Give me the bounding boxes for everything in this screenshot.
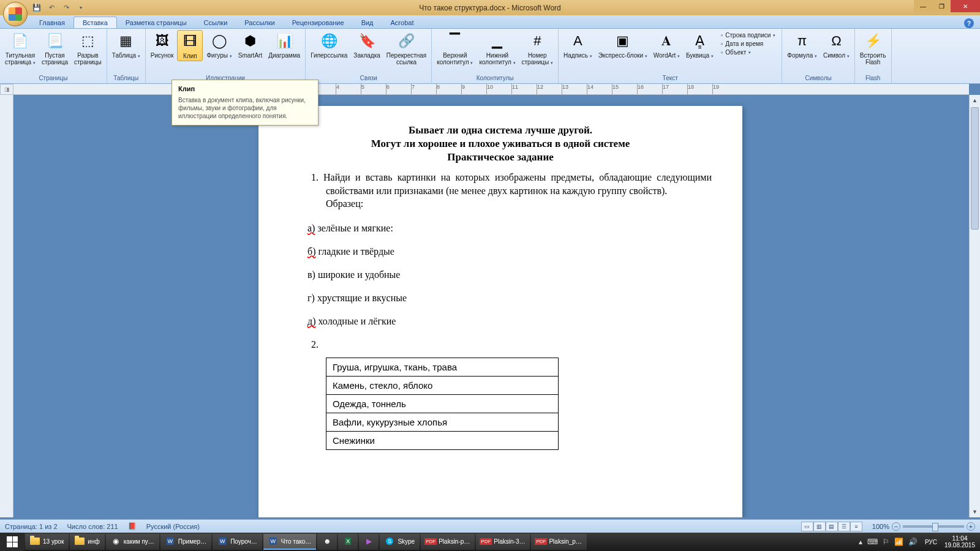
maximize-button[interactable]: ❐: [932, 0, 951, 12]
ribbon-icon: ◯: [209, 31, 229, 51]
ribbon-пустая-страница[interactable]: 📃Пустая страница: [39, 30, 70, 67]
tab-page-layout[interactable]: Разметка страницы: [117, 17, 195, 28]
ribbon-icon: 📃: [45, 31, 64, 51]
ribbon-экспресс-блоки[interactable]: ▣Экспресс-блоки ▾: [596, 30, 650, 60]
tray-network-icon[interactable]: 📶: [894, 538, 903, 546]
proofing-icon[interactable]: 📕: [128, 522, 137, 530]
taskbar-item[interactable]: WЧто тако…: [263, 534, 317, 550]
view-outline[interactable]: ☰: [838, 522, 850, 531]
ribbon-встроить-flash[interactable]: ⚡Встроить Flash: [858, 30, 889, 67]
ribbon-нижний-колонтитул[interactable]: ▁Нижний колонтитул ▾: [477, 30, 518, 67]
document-page[interactable]: Бывает ли одна система лучше другой. Мог…: [258, 106, 742, 517]
ribbon-закладка[interactable]: 🔖Закладка: [351, 30, 382, 60]
taskbar-item[interactable]: ☻: [317, 534, 337, 550]
zoom-out-button[interactable]: −: [892, 522, 900, 531]
ribbon-фигуры[interactable]: ◯Фигуры ▾: [204, 30, 234, 60]
app-icon: ☻: [322, 536, 332, 546]
ribbon-дата-и-время[interactable]: ▫Дата и время: [718, 40, 778, 48]
taskbar-item[interactable]: SSkype: [380, 534, 420, 550]
chevron-down-icon: ▾: [645, 54, 647, 58]
view-print-layout[interactable]: ▭: [801, 522, 813, 531]
taskbar-item[interactable]: инф: [70, 534, 104, 550]
vertical-scrollbar[interactable]: ▲ ▼: [969, 95, 980, 517]
status-page[interactable]: Страница: 1 из 2: [5, 523, 58, 530]
tab-mailings[interactable]: Рассылки: [236, 17, 283, 28]
view-draft[interactable]: ≡: [850, 522, 862, 531]
ribbon-диаграмма[interactable]: 📊Диаграмма: [266, 30, 303, 60]
ribbon-гиперссылка[interactable]: 🌐Гиперссылка: [308, 30, 350, 60]
view-web[interactable]: ▤: [826, 522, 838, 531]
ruler-toggle[interactable]: ◨: [0, 84, 13, 95]
scroll-down-icon[interactable]: ▼: [970, 506, 980, 517]
qat-dropdown-icon[interactable]: ▾: [75, 2, 87, 13]
view-full-screen[interactable]: ▥: [813, 522, 826, 531]
ribbon-объект[interactable]: ▫Объект▾: [718, 48, 778, 56]
tray-keyboard-icon[interactable]: ⌨: [867, 538, 878, 546]
help-icon[interactable]: ?: [964, 18, 974, 28]
horizontal-ruler[interactable]: 2112345678910111213141516171819: [13, 84, 969, 95]
ribbon-титульная-страница[interactable]: 📄Титульная страница ▾: [2, 30, 38, 67]
tray-volume-icon[interactable]: 🔊: [908, 538, 918, 546]
taskbar-item[interactable]: PDFPlaksin_p…: [531, 534, 586, 550]
ribbon-таблица[interactable]: ▦Таблица ▾: [110, 30, 143, 60]
quick-access-toolbar: 💾 ↶ ↷ ▾: [31, 2, 87, 13]
taskbar-item[interactable]: 13 урок: [25, 534, 69, 550]
ribbon-разрыв-страницы[interactable]: ⬚Разрыв страницы: [72, 30, 104, 67]
status-word-count[interactable]: Число слов: 211: [67, 523, 118, 530]
taskbar: 13 урокинф◉каким пу…WПример…WПоуроч…WЧто…: [0, 533, 980, 551]
tab-review[interactable]: Рецензирование: [284, 17, 353, 28]
minimize-button[interactable]: —: [914, 0, 932, 12]
office-button[interactable]: [3, 2, 28, 26]
word-icon: W: [165, 536, 175, 546]
status-language[interactable]: Русский (Россия): [146, 523, 200, 530]
tab-acrobat[interactable]: Acrobat: [382, 17, 423, 28]
tab-insert[interactable]: Вставка: [74, 17, 117, 28]
redo-icon[interactable]: ↷: [60, 2, 72, 13]
ribbon-буквица[interactable]: A͇Буквица ▾: [684, 30, 716, 60]
zoom-in-button[interactable]: +: [967, 522, 975, 531]
taskbar-item[interactable]: X: [338, 534, 358, 550]
ribbon-перекрестная-ссылка[interactable]: 🔗Перекрестная ссылка: [384, 30, 429, 67]
doc-heading-1: Бывает ли одна система лучше другой.: [289, 124, 712, 137]
taskbar-item[interactable]: WПример…: [160, 534, 211, 550]
taskbar-item[interactable]: PDFPlaksin-3…: [476, 534, 530, 550]
tab-view[interactable]: Вид: [353, 17, 382, 28]
zoom-level[interactable]: 100%: [872, 523, 889, 530]
tab-references[interactable]: Ссылки: [195, 17, 236, 28]
scrollbar-thumb[interactable]: [971, 107, 979, 230]
ribbon-строка-подписи[interactable]: ▫Строка подписи▾: [718, 31, 778, 39]
taskbar-item[interactable]: PDFPlaksin-p…: [421, 534, 475, 550]
vertical-ruler[interactable]: [0, 95, 13, 517]
scroll-up-icon[interactable]: ▲: [970, 95, 980, 106]
save-icon[interactable]: 💾: [31, 2, 43, 13]
undo-icon[interactable]: ↶: [45, 2, 58, 13]
pdf-icon: PDF: [426, 536, 435, 546]
pdf-icon: PDF: [481, 536, 491, 546]
taskbar-item[interactable]: WПоуроч…: [213, 534, 262, 550]
ribbon-tabs: Главная Вставка Разметка страницы Ссылки…: [0, 15, 980, 29]
table-cell: Вафли, кукурузные хлопья: [326, 413, 559, 431]
tray-show-hidden-icon[interactable]: ▴: [859, 538, 862, 546]
clock[interactable]: 11:04 19.08.2015: [944, 535, 975, 549]
ribbon-wordart[interactable]: 𝐀WordArt ▾: [651, 30, 682, 60]
ribbon-символ[interactable]: ΩСимвол ▾: [821, 30, 852, 60]
group-label: Flash: [858, 74, 889, 82]
zoom-slider[interactable]: [903, 525, 964, 528]
tray-flag-icon[interactable]: ⚐: [883, 538, 889, 546]
language-indicator[interactable]: РУС: [922, 538, 940, 547]
close-button[interactable]: ✕: [951, 0, 980, 12]
tab-home[interactable]: Главная: [31, 17, 74, 28]
start-button[interactable]: [0, 533, 24, 551]
ribbon-верхний-колонтитул[interactable]: ▔Верхний колонтитул ▾: [434, 30, 475, 67]
ribbon-надпись[interactable]: AНадпись ▾: [561, 30, 595, 60]
ribbon-icon: ⬢: [240, 31, 260, 51]
chevron-down-icon: ▾: [773, 33, 775, 38]
taskbar-item[interactable]: ▶: [359, 534, 379, 550]
ribbon-smartart[interactable]: ⬢SmartArt: [236, 30, 265, 60]
ribbon-номер-страницы[interactable]: #Номер страницы ▾: [519, 30, 556, 67]
ribbon-клип[interactable]: 🎞Клип: [177, 30, 203, 61]
ribbon-формула[interactable]: πФормула ▾: [785, 30, 820, 60]
ribbon-рисунок[interactable]: 🖼Рисунок: [148, 30, 176, 60]
taskbar-item[interactable]: ◉каким пу…: [106, 534, 159, 550]
doc-list-item-2: 2.: [289, 339, 712, 350]
